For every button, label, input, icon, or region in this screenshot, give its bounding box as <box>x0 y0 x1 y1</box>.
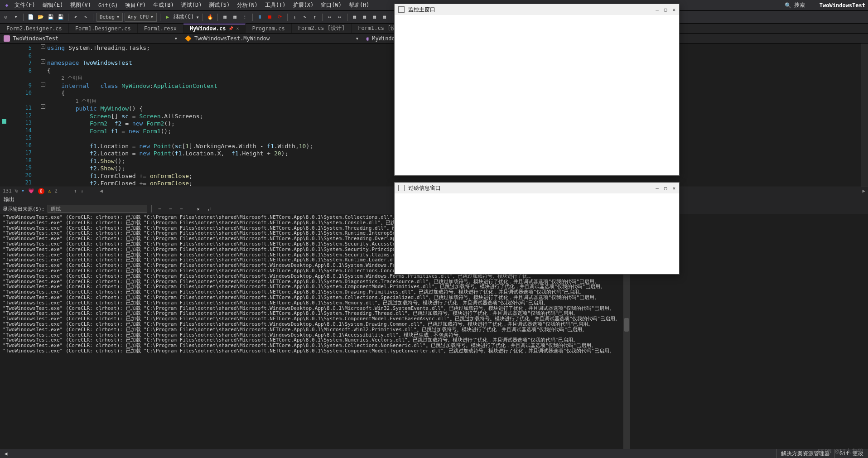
tb-grid-1[interactable]: ▦ <box>351 13 359 21</box>
close-icon[interactable]: ✕ <box>672 7 675 13</box>
fold-column[interactable]: − − − − <box>41 43 47 187</box>
tab-form1-designer[interactable]: Form1.Designer.cs <box>69 24 138 33</box>
pin-icon[interactable]: 📌 <box>228 26 233 31</box>
menu-project[interactable]: 项目(P) <box>121 0 149 10</box>
tb-misc-2[interactable]: ↔ <box>336 13 344 21</box>
fold-icon[interactable]: − <box>41 44 45 49</box>
tab-program[interactable]: Program.cs <box>246 24 291 33</box>
menu-help[interactable]: 帮助(H) <box>345 0 373 10</box>
tab-form2-designer[interactable]: Form2.Designer.cs <box>0 24 69 33</box>
method-icon: ◉ <box>366 35 369 42</box>
menu-window[interactable]: 窗口(W) <box>317 0 345 10</box>
hscroll-right-icon[interactable]: ▶ <box>862 188 865 194</box>
menu-git[interactable]: Git(G) <box>95 1 121 10</box>
zoom-level[interactable]: 131 % <box>3 188 18 194</box>
stop-icon[interactable]: ⏹ <box>266 13 274 21</box>
search-icon[interactable]: 🔍 <box>785 2 791 9</box>
monitor-main-window[interactable]: 监控主窗口 — ▢ ✕ <box>394 4 680 176</box>
window-body <box>395 15 679 175</box>
tab-mywindow[interactable]: MyWindow.cs📌✕ <box>183 24 246 33</box>
platform-dropdown[interactable]: Any CPU ▾ <box>125 13 157 22</box>
save-icon[interactable]: 💾 <box>47 13 55 21</box>
nav-down-icon[interactable]: ↓ <box>81 188 84 194</box>
output-source-label: 显示输出来源(S): <box>3 206 45 212</box>
window-title: 监控主窗口 <box>408 6 435 14</box>
warning-count: 2 <box>54 188 58 194</box>
tb-icon-3[interactable]: ⋮ <box>241 13 249 21</box>
menu-view[interactable]: 视图(V) <box>67 0 95 10</box>
saveall-icon[interactable]: 💾 <box>57 13 65 21</box>
window-title: 过磅信息窗口 <box>408 184 441 192</box>
back-icon[interactable]: ⊙ <box>2 13 10 21</box>
hot-reload-icon[interactable]: 🔥 <box>206 13 214 21</box>
close-icon[interactable]: ✕ <box>236 26 239 31</box>
nav-class[interactable]: 🔶TwoWindowsTest.MyWindow▾ <box>181 34 362 43</box>
watermark: CSDN @IT大灰狼 <box>817 447 863 455</box>
output-btn-1[interactable]: ≡ <box>156 205 164 213</box>
tab-form1-resx[interactable]: Form1.resx <box>138 24 183 33</box>
minimize-icon[interactable]: — <box>656 185 659 191</box>
close-icon[interactable]: ✕ <box>672 185 675 191</box>
weighing-info-window[interactable]: 过磅信息窗口 — ▢ ✕ <box>394 182 680 275</box>
fold-icon[interactable]: − <box>41 59 45 64</box>
wrap-icon[interactable]: ↲ <box>205 205 213 213</box>
nav-up-icon[interactable]: ↑ <box>74 188 77 194</box>
hscroll-left-icon[interactable]: ◀ <box>100 188 103 194</box>
vs-logo-icon: ◆ <box>3 1 11 10</box>
step-over-icon[interactable]: ↷ <box>301 13 309 21</box>
config-dropdown[interactable]: Debug ▾ <box>96 13 123 22</box>
step-into-icon[interactable]: ↓ <box>291 13 299 21</box>
step-out-icon[interactable]: ↑ <box>311 13 319 21</box>
tab-form2-design[interactable]: Form2.cs [设计] <box>292 24 352 33</box>
fold-icon[interactable]: − <box>41 104 45 109</box>
menu-build[interactable]: 生成(B) <box>149 0 178 10</box>
maximize-icon[interactable]: ▢ <box>664 7 667 13</box>
restart-icon[interactable]: ⟳ <box>276 13 284 21</box>
menu-extensions[interactable]: 扩展(X) <box>289 0 318 10</box>
pause-icon[interactable]: ⏸ <box>256 13 264 21</box>
class-icon: 🔶 <box>185 35 192 42</box>
tb-icon-1[interactable]: ▦ <box>221 13 229 21</box>
clear-output-icon[interactable]: ✕ <box>194 205 203 213</box>
menu-analyze[interactable]: 分析(N) <box>233 0 261 10</box>
tb-misc-1[interactable]: ↔ <box>326 13 334 21</box>
window-titlebar[interactable]: 过磅信息窗口 — ▢ ✕ <box>395 183 679 193</box>
health-icon[interactable]: 💗 <box>28 188 34 194</box>
app-icon <box>398 185 405 191</box>
redo-icon[interactable]: ↷ <box>82 13 90 21</box>
output-source-dropdown[interactable]: 调试 <box>48 205 147 213</box>
menu-debug[interactable]: 调试(D) <box>178 0 206 10</box>
continue-button[interactable]: ▶ <box>164 13 172 21</box>
minimize-icon[interactable]: — <box>656 7 659 13</box>
open-icon[interactable]: 📂 <box>37 13 45 21</box>
app-icon <box>398 6 405 13</box>
fold-icon[interactable]: − <box>41 82 45 87</box>
line-numbers: 5678 910 1112131415161718192021 <box>0 43 41 187</box>
maximize-icon[interactable]: ▢ <box>664 185 667 191</box>
warning-icon[interactable]: ⚠ <box>48 188 51 194</box>
menu-file[interactable]: 文件(F) <box>11 0 39 10</box>
tb-grid-2[interactable]: ▦ <box>361 13 369 21</box>
menu-tools[interactable]: 工具(T) <box>261 0 289 10</box>
error-count[interactable]: 0 <box>38 188 44 194</box>
menu-edit[interactable]: 编辑(E) <box>39 0 67 10</box>
bottom-status-bar: ◀ 解决方案资源管理器 Git 更改 <box>0 449 868 458</box>
new-icon[interactable]: 📄 <box>27 13 35 21</box>
window-titlebar[interactable]: 监控主窗口 — ▢ ✕ <box>395 4 679 15</box>
csharp-icon <box>4 35 10 42</box>
search-label[interactable]: 搜索 <box>794 1 805 9</box>
tb-icon-2[interactable]: ▦ <box>231 13 239 21</box>
menu-test[interactable]: 测试(S) <box>205 0 233 10</box>
continue-label[interactable]: 继续(C) <box>174 13 194 21</box>
forward-icon[interactable]: ▾ <box>12 13 20 21</box>
tb-grid-4[interactable]: ▦ <box>381 13 389 21</box>
scroll-left-icon[interactable]: ◀ <box>2 449 10 458</box>
output-btn-2[interactable]: ≡ <box>167 205 175 213</box>
vertical-scrollbar[interactable] <box>861 43 868 187</box>
tb-grid-3[interactable]: ▦ <box>371 13 379 21</box>
nav-project[interactable]: TwoWindowsTest▾ <box>0 34 181 43</box>
glyph-indicator-icon <box>2 119 6 124</box>
undo-icon[interactable]: ↶ <box>72 13 80 21</box>
window-body <box>395 193 679 274</box>
output-btn-3[interactable]: ≡ <box>178 205 186 213</box>
